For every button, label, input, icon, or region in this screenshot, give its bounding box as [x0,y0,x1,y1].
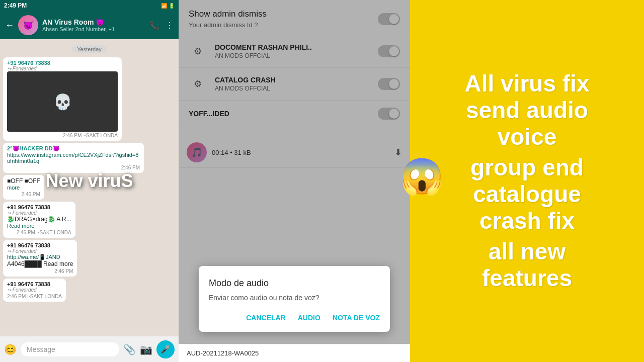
voice-note-button[interactable]: NOTA DE VOZ [333,312,380,324]
promo-line-2: voice [420,124,634,150]
list-item: +91 96476 73838 ↪ Forwarded 🐉DRAG×drag🐉 … [3,202,75,238]
msg-text: ■OFF ■OFF [7,177,40,185]
audio-button[interactable]: AUDIO [298,312,320,324]
promo-panel: All virus fix send audio voice group end… [410,0,644,362]
chat-panel: 2:49 PM 📶 🔋 ← 😈 AN Virus Room 😈 Ahsan Se… [0,0,179,362]
chat-header: ← 😈 AN Virus Room 😈 Ahsan Seller 2nd Num… [0,11,179,39]
emoji-icon[interactable]: 😊 [4,343,17,355]
promo-line-7: features [420,265,634,292]
camera-icon[interactable]: 📷 [140,343,152,355]
read-more-link[interactable]: Read more [7,223,71,229]
modal-actions: CANCELAR AUDIO NOTA DE VOZ [209,312,380,324]
battery-icon: 🔋 [169,3,175,9]
wifi-icon: 📶 [161,3,167,9]
msg-phone: +91 96476 73838 [7,281,62,287]
chat-name: AN Virus Room 😈 [42,18,145,26]
bottom-bar: 😊 Message 📎 📷 🎤 [0,336,179,362]
date-divider: Yesterday [72,45,107,53]
read-more-link[interactable]: more [7,185,40,191]
menu-icon[interactable]: ⋮ [166,21,174,30]
settings-panel: Show admin dismiss Your admin dismiss Id… [179,0,410,362]
msg-phone: +91 96476 73838 [7,242,73,248]
avatar: 😈 [18,15,38,35]
msg-link[interactable]: https://www.instagram.com/p/CE2VXjZFdsr/… [7,152,140,164]
msg-sender: 2°😈HACKER DD😈 [7,145,140,152]
modal-overlay: Modo de audio Enviar como audio ou nota … [179,0,410,362]
promo-line-0: All virus fix [420,70,634,97]
modal-subtitle: Enviar como audio ou nota de voz? [209,294,380,302]
msg-link[interactable]: http://wa.me/📱JAND [7,254,73,260]
list-item: +91 96476 73838 ↪ Forwarded 💀 2:46 PM ~S… [3,57,122,141]
msg-text: A4046████ Read more [7,260,73,267]
msg-meta: 2:46 PM [7,192,40,197]
msg-image: 💀 [7,71,118,132]
msg-meta: 2:46 PM [7,165,140,170]
promo-line-3: group end [420,154,634,181]
promo-line-5: crash fix [420,208,634,234]
msg-meta: 2:46 PM ~SAKT LONDA [7,133,118,138]
status-bar: 2:49 PM 📶 🔋 [0,0,179,11]
mic-button[interactable]: 🎤 [156,340,175,358]
list-item: +91 96476 73838 ↪ Forwarded 2:46 PM ~SAK… [3,279,66,302]
msg-meta: 2:46 PM [7,268,73,274]
status-time: 2:49 PM [4,2,27,9]
cancel-button[interactable]: CANCELAR [246,312,286,324]
chat-header-info: AN Virus Room 😈 Ahsan Seller 2nd Number,… [42,18,145,32]
message-input[interactable]: Message [21,342,119,356]
modal-title: Modo de audio [209,278,380,289]
list-item: +91 96476 73838 ↪ Forwarded http://wa.me… [3,240,77,277]
messages-area: Yesterday +91 96476 73838 ↪ Forwarded 💀 … [0,39,179,336]
back-button[interactable]: ← [5,20,14,31]
forwarded-label: ↪ Forwarded [7,210,71,216]
promo-line-6: all new [420,238,634,265]
promo-line-1: send audio [420,97,634,124]
chat-sub: Ahsan Seller 2nd Number, +1 [42,26,145,32]
promo-line-4: catalogue [420,181,634,208]
msg-phone: +91 96476 73838 [7,204,71,210]
msg-meta: 2:46 PM ~SAKT LONDA [7,294,62,299]
attach-icon[interactable]: 📎 [123,343,136,355]
header-icons: 📞 ⋮ [149,21,174,30]
audio-filename: AUD-20211218-WA0025 [179,344,410,362]
list-item: 2°😈HACKER DD😈 https://www.instagram.com/… [3,143,144,173]
mic-icon: 🎤 [160,344,171,354]
msg-sender: +91 96476 73838 [7,60,118,66]
call-icon[interactable]: 📞 [149,21,159,30]
status-icons: 📶 🔋 [161,3,175,9]
forwarded-label: ↪ Forwarded [7,248,73,254]
modal-dialog: Modo de audio Enviar como audio ou nota … [199,266,390,332]
list-item: ■OFF ■OFF more 2:46 PM [3,175,44,200]
msg-text: 🐉DRAG×drag🐉 A R... [7,216,71,223]
forwarded-label: ↪ Forwarded [7,66,118,71]
msg-meta: 2:46 PM ~SAKT LONDA [7,230,71,235]
forwarded-label: ↪ Forwarded [7,287,62,293]
